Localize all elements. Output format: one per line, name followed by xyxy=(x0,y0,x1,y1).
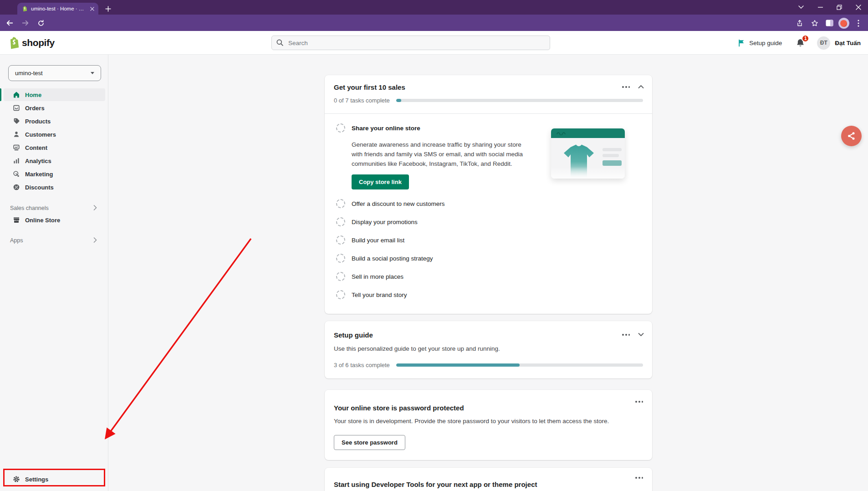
gear-icon xyxy=(13,476,20,483)
sidebar-item-label: Home xyxy=(25,92,41,98)
browser-toolbar: umino-test.myshopify.com/admin xyxy=(0,15,868,31)
progress-fill xyxy=(396,363,520,367)
sidebar-item-label: Products xyxy=(25,118,51,125)
global-search[interactable] xyxy=(271,36,550,50)
progress-text: 0 of 7 tasks complete xyxy=(334,97,390,104)
sidebar-item-label: Discounts xyxy=(25,184,54,191)
task-row[interactable]: Sell in more places xyxy=(325,267,652,286)
sidebar-item-online-store[interactable]: Online Store xyxy=(0,214,108,226)
shopify-bag-icon xyxy=(7,36,20,50)
task-row[interactable]: Build your email list xyxy=(325,231,652,249)
sidebar-item-discounts[interactable]: Discounts xyxy=(4,181,105,194)
card-title: Get your first 10 sales xyxy=(334,83,405,91)
user-name[interactable]: Đạt Tuấn xyxy=(835,40,861,46)
sidebar-item-label: Marketing xyxy=(25,171,53,178)
browser-profile-avatar[interactable] xyxy=(838,18,849,29)
task-incomplete-icon[interactable] xyxy=(336,199,345,208)
setup-guide-card: Setup guide Use this personalized guide … xyxy=(325,321,652,378)
apps-section[interactable]: Apps xyxy=(0,235,108,246)
new-tab-button[interactable] xyxy=(103,4,113,14)
tab-search-icon[interactable] xyxy=(791,0,811,15)
progress-fill xyxy=(396,99,401,102)
sidebar-item-marketing[interactable]: Marketing xyxy=(4,168,105,180)
task-row[interactable]: Display your promotions xyxy=(325,213,652,231)
chevron-up-icon[interactable] xyxy=(638,85,644,89)
password-protected-card: Your online store is password protected … xyxy=(325,390,652,460)
window-close-button[interactable] xyxy=(849,0,868,15)
progress-bar xyxy=(396,363,643,367)
task-incomplete-icon[interactable] xyxy=(336,235,345,245)
share-store-illustration xyxy=(551,126,642,183)
storefront-icon xyxy=(13,216,20,224)
sidebar-item-products[interactable]: Products xyxy=(4,115,105,128)
storefront-mockup xyxy=(551,128,625,179)
tab-close-icon[interactable] xyxy=(90,7,94,11)
card-description: Use this personalized guide to get your … xyxy=(334,345,500,352)
card-title: Your online store is password protected xyxy=(334,404,464,412)
browser-menu-icon[interactable] xyxy=(852,17,864,29)
card-title: Setup guide xyxy=(334,331,373,339)
home-icon xyxy=(13,91,20,98)
copy-store-link-button[interactable]: Copy store link xyxy=(352,174,409,189)
discounts-icon xyxy=(13,184,20,191)
window-minimize-button[interactable] xyxy=(811,0,830,15)
task-incomplete-icon[interactable] xyxy=(336,123,345,133)
card-description: Your store is in development. Provide th… xyxy=(334,418,609,425)
setup-guide-label: Setup guide xyxy=(749,40,782,46)
setup-guide-button[interactable]: Setup guide xyxy=(738,39,782,47)
task-incomplete-icon[interactable] xyxy=(336,272,345,281)
mockup-header xyxy=(551,128,625,138)
sidebar-item-analytics[interactable]: Analytics xyxy=(4,154,105,167)
mockup-fade xyxy=(551,167,625,179)
card-menu-button[interactable] xyxy=(622,332,631,338)
notifications-button[interactable]: 1 xyxy=(796,38,805,48)
task-incomplete-icon[interactable] xyxy=(336,290,345,299)
shopify-logo[interactable]: shopify xyxy=(7,36,55,50)
divider xyxy=(325,113,652,114)
chevron-down-icon xyxy=(91,72,94,74)
search-input[interactable] xyxy=(271,36,550,50)
browser-tab[interactable]: umino-test · Home · Shopify xyxy=(17,3,98,15)
window-restore-button[interactable] xyxy=(830,0,849,15)
flag-icon xyxy=(738,39,745,47)
card-menu-button[interactable] xyxy=(635,399,644,404)
task-incomplete-icon[interactable] xyxy=(336,217,345,226)
task-row[interactable]: Offer a discount to new customers xyxy=(325,194,652,213)
card-menu-button[interactable] xyxy=(635,475,644,481)
card-menu-button[interactable] xyxy=(622,84,631,90)
sidebar-item-content[interactable]: Content xyxy=(4,141,105,154)
sidebar-item-settings[interactable]: Settings xyxy=(0,473,108,486)
chevron-down-icon[interactable] xyxy=(638,332,644,337)
share-icon[interactable] xyxy=(793,17,806,29)
browser-tabstrip: umino-test · Home · Shopify xyxy=(0,0,868,15)
task-row[interactable]: Build a social posting strategy xyxy=(325,249,652,267)
shopify-top-bar: shopify Setup guide 1 ĐT Đạt Tuấn xyxy=(0,31,868,55)
sidebar-item-customers[interactable]: Customers xyxy=(4,128,105,141)
sidebar-item-orders[interactable]: Orders xyxy=(4,102,105,114)
task-row[interactable]: Tell your brand story xyxy=(325,286,652,304)
task-label: Offer a discount to new customers xyxy=(352,200,445,207)
reload-button[interactable] xyxy=(35,17,47,29)
task-incomplete-icon[interactable] xyxy=(336,254,345,263)
shopify-wordmark: shopify xyxy=(22,37,55,48)
back-button[interactable] xyxy=(4,17,16,29)
task-label: Build your email list xyxy=(352,237,404,244)
developer-tools-card: Start using Developer Tools for your nex… xyxy=(325,468,652,491)
sidebar: umino-test Home Orders Products xyxy=(0,55,108,491)
sidebar-item-label: Analytics xyxy=(25,158,51,164)
sidebar-item-label: Customers xyxy=(25,131,56,138)
sidebar-item-home[interactable]: Home xyxy=(4,88,105,101)
forward-button[interactable] xyxy=(19,17,31,29)
side-panel-icon[interactable] xyxy=(823,17,836,29)
task-row-share-store[interactable]: Share your online store xyxy=(336,123,420,133)
sidebar-item-label: Content xyxy=(25,144,47,151)
avatar[interactable]: ĐT xyxy=(817,36,830,50)
bookmark-star-icon[interactable] xyxy=(808,17,821,29)
sales-channels-section[interactable]: Sales channels xyxy=(0,203,108,214)
apps-label: Apps xyxy=(10,237,23,244)
see-store-password-button[interactable]: See store password xyxy=(334,435,405,450)
main-content: Get your first 10 sales 0 of 7 tasks com… xyxy=(108,55,868,491)
task-title: Share your online store xyxy=(352,123,420,133)
store-selector[interactable]: umino-test xyxy=(8,65,101,81)
store-name: umino-test xyxy=(15,70,91,77)
